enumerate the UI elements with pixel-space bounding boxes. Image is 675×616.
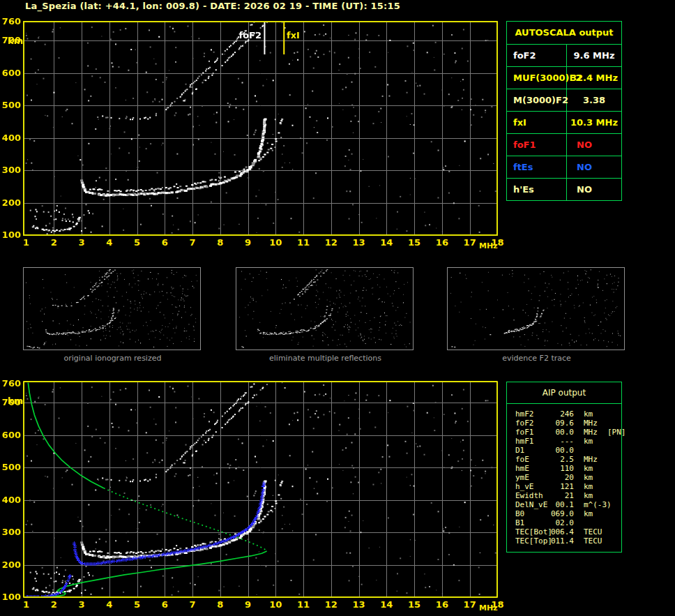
thumbnail-caption: original ionogram resized	[23, 354, 202, 363]
aip-value: 2.5	[550, 455, 574, 464]
aip-value: ---	[550, 437, 574, 446]
aip-row: TEC[Top]011.4TECU	[507, 536, 621, 546]
aip-extra	[603, 518, 621, 527]
y-tick-label: 400	[0, 495, 21, 505]
y-tick-label: 300	[0, 165, 21, 175]
aip-extra	[603, 410, 621, 419]
x-tick-label: 10	[266, 238, 285, 248]
x-tick-label: 8	[211, 238, 229, 248]
aip-label: foF1	[515, 428, 550, 437]
aip-row: foF209.6MHz	[507, 419, 621, 428]
x-tick-label: 4	[100, 600, 119, 610]
aip-extra	[603, 437, 621, 446]
aip-extra	[603, 527, 621, 536]
x-tick-label: 16	[433, 600, 451, 610]
aip-extra	[603, 509, 621, 518]
autoscala-row: M(3000)F23.38	[507, 89, 621, 112]
aip-value: 21	[550, 491, 574, 500]
aip-value: 00.1	[550, 500, 574, 509]
autoscala-row: MUF(3000)F232.4 MHz	[507, 67, 621, 89]
y-tick-label: 100	[0, 230, 21, 240]
aip-label: hmF2	[515, 410, 550, 419]
aip-extra	[603, 419, 621, 428]
y-tick-label: 600	[0, 68, 21, 78]
aip-unit: km	[574, 473, 603, 482]
fxi-marker-label: fxI	[287, 30, 300, 40]
y-tick-label: 300	[0, 527, 21, 537]
parameter-label: M(3000)F2	[507, 89, 567, 111]
aip-extra	[603, 455, 621, 464]
x-tick-label: 4	[100, 238, 119, 248]
x-tick-label: 16	[433, 238, 451, 248]
aip-value: 00.0	[550, 428, 574, 437]
x-tick-label: 11	[294, 600, 312, 610]
aip-unit: km	[574, 482, 603, 491]
parameter-value: NO	[567, 179, 621, 200]
aip-value: 246	[550, 410, 574, 419]
x-tick-label: 3	[73, 600, 91, 610]
aip-unit: m^(-3)	[574, 500, 603, 509]
aip-unit: TECU	[574, 527, 603, 536]
parameter-value: 9.6 MHz	[567, 45, 621, 66]
parameter-value: NO	[567, 134, 621, 156]
y-tick-label: 760	[0, 379, 21, 389]
aip-unit: TECU	[574, 536, 603, 546]
parameter-label: MUF(3000)F2	[507, 67, 567, 89]
x-tick-label: 18	[488, 600, 506, 610]
thumbnail-original-ionogram	[23, 267, 201, 350]
parameter-label: ftEs	[507, 156, 567, 178]
aip-unit: MHz	[574, 428, 603, 437]
bottom-ionogram-canvas	[23, 381, 498, 598]
aip-row: D100.0	[507, 446, 621, 455]
aip-label: B1	[515, 518, 550, 527]
aip-row: foF100.0MHz[PN]	[507, 428, 621, 437]
aip-extra	[603, 491, 621, 500]
autoscala-row: ftEsNO	[507, 156, 621, 179]
aip-row: hmF1---km	[507, 437, 621, 446]
thumbnail-caption: eliminate multiple reflections	[236, 354, 415, 363]
page-title: La_Spezia (lat: +44.1, lon: 009.8) - DAT…	[0, 1, 425, 11]
aip-extra	[603, 500, 621, 509]
x-tick-label: 15	[405, 600, 423, 610]
aip-extra	[603, 482, 621, 491]
aip-unit: km	[574, 464, 603, 473]
y-tick-label: 200	[0, 560, 21, 570]
top-ionogram-canvas	[23, 21, 498, 236]
aip-unit: km	[574, 491, 603, 500]
aip-row: TEC[Bot]006.4TECU	[507, 527, 621, 536]
aip-value: 011.4	[550, 536, 574, 546]
aip-label: foF2	[515, 419, 550, 428]
aip-row: hmF2246km	[507, 410, 621, 419]
aip-value: 121	[550, 482, 574, 491]
aip-unit: km	[574, 509, 603, 518]
x-tick-label: 17	[461, 238, 479, 248]
x-tick-label: 18	[488, 238, 506, 248]
aip-row: B102.0	[507, 518, 621, 527]
y-tick-label: 100	[0, 592, 21, 602]
parameter-label: foF1	[507, 134, 567, 156]
aip-label: Ewidth	[515, 491, 550, 500]
thumbnail-eliminate-reflections	[236, 267, 414, 350]
autoscala-table-header: AUTOSCALA output	[507, 22, 621, 45]
autoscala-row: foF29.6 MHz	[507, 45, 621, 67]
x-tick-label: 13	[350, 600, 368, 610]
x-tick-label: 3	[73, 238, 91, 248]
aip-label: B0	[515, 509, 550, 518]
aip-value: 069.0	[550, 509, 574, 518]
aip-row: hmE110km	[507, 464, 621, 473]
aip-table-rows: hmF2246kmfoF209.6MHzfoF100.0MHz[PN]hmF1-…	[507, 404, 621, 546]
aip-row: h_vE121km	[507, 482, 621, 491]
autoscala-row: h'EsNO	[507, 179, 621, 200]
parameter-label: fxI	[507, 112, 567, 133]
aip-row: foE2.5MHz	[507, 455, 621, 464]
y-tick-label: 700	[0, 36, 21, 45]
y-tick-label: 500	[0, 100, 21, 110]
aip-label: hmE	[515, 464, 550, 473]
aip-extra	[603, 536, 621, 546]
autoscala-app-window: { "title": "La_Spezia (lat: +44.1, lon: …	[0, 0, 675, 616]
aip-label: DelN_vE	[515, 500, 550, 509]
y-tick-label: 500	[0, 463, 21, 472]
x-tick-label: 8	[211, 600, 229, 610]
x-tick-label: 12	[322, 600, 340, 610]
aip-row: DelN_vE00.1m^(-3)	[507, 500, 621, 509]
